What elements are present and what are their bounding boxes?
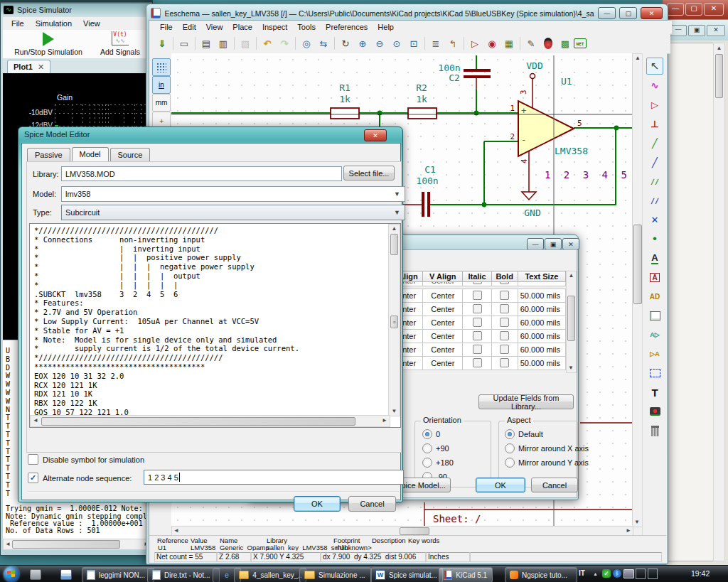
zoom-selection-icon[interactable]: ⊡ (405, 35, 422, 52)
update-fields-from-library-button[interactable]: Update Fields from Library... (478, 394, 574, 409)
place-global-label-icon[interactable]: A (646, 269, 663, 286)
eeschema-maximize-button[interactable]: ▢ (619, 7, 637, 19)
zoom-out-icon[interactable]: ⊖ (371, 35, 388, 52)
bg-panel-scrollbar[interactable]: ▲ (713, 43, 725, 561)
wire-to-bus-entry-icon[interactable]: ∕∕ (646, 173, 663, 190)
chevron-down-icon[interactable]: ▼ (394, 190, 405, 198)
place-text-icon[interactable]: T (646, 384, 663, 401)
console-hscrollbar[interactable]: ◄ ► (3, 539, 151, 550)
menu-help[interactable]: Help (373, 23, 399, 31)
tray-show-hidden-icons[interactable]: ▲ (593, 571, 598, 576)
zoom-in-icon[interactable]: ⊕ (354, 35, 371, 52)
footprint-browser-icon[interactable]: ◉ (483, 35, 500, 52)
menu-tools[interactable]: Tools (292, 23, 321, 31)
alternate-node-sequence-checkbox[interactable]: ✓Alternate node sequence: (28, 473, 132, 483)
delete-tool-icon[interactable] (646, 422, 663, 439)
model-combobox[interactable]: lmv358 ▼ (61, 186, 405, 202)
place-hierarchical-label-icon[interactable]: AD (646, 288, 663, 305)
page-settings-icon[interactable]: ▭ (176, 35, 193, 52)
tab-close-icon[interactable]: ✕ (38, 63, 44, 72)
footprint-editor-icon[interactable]: ▦ (500, 35, 518, 52)
code-vscrollbar[interactable]: ▲ ≡ ▼ (388, 224, 400, 416)
aspect-mirror-x-radio[interactable]: Mirror around X axis (505, 443, 589, 453)
redo-icon[interactable]: ↷ (276, 35, 293, 52)
taskbar-button-ngspice[interactable]: Ngspice tuto... (505, 567, 577, 582)
tray-square-icon[interactable] (636, 568, 646, 579)
taskbar-button-kicad[interactable]: KiCad 5.1.0 (439, 567, 493, 582)
spice-simulator-titlebar[interactable]: ∿ Spice Simulator (4, 4, 149, 16)
taskbar-button-spice-word-doc[interactable]: W Spice simulat... (370, 567, 443, 582)
symprops-ok-button[interactable]: OK (476, 478, 525, 492)
bg2-maximize-button[interactable]: ▣ (688, 25, 705, 36)
table-row[interactable]: CenterCenter60.000 mils (386, 330, 566, 343)
bg2-close-button[interactable]: ✕ (707, 25, 725, 36)
tray-update-icon[interactable]: ✓ (602, 569, 611, 578)
menu-place[interactable]: Place (228, 23, 257, 31)
place-symbol-icon[interactable]: ▷ (646, 96, 663, 113)
select-file-button[interactable]: Select file... (343, 166, 395, 180)
menu-view[interactable]: View (201, 23, 228, 31)
code-hscrollbar[interactable]: ◄ ► (30, 415, 390, 427)
zoom-fit-icon[interactable]: ⊙ (388, 35, 405, 52)
place-net-label-icon[interactable]: A (646, 249, 663, 266)
place-wire-icon[interactable]: ╱ (646, 134, 663, 151)
spice-model-editor-close-button[interactable]: ✕ (364, 129, 387, 141)
menu-inspect[interactable]: Inspect (257, 23, 292, 31)
symprops-maximize-button[interactable]: ▣ (545, 238, 562, 250)
bg2-minimize-button[interactable]: — (670, 25, 687, 36)
leave-sheet-icon[interactable]: ↰ (444, 35, 461, 52)
undo-icon[interactable]: ↶ (259, 35, 276, 52)
bg-minimize-button[interactable]: — (667, 3, 684, 16)
units-mm-button[interactable]: mm (152, 94, 171, 112)
disable-symbol-checkbox[interactable]: Disable symbol for simulation (28, 454, 144, 465)
aspect-mirror-y-radio[interactable]: Mirror around Y axis (505, 458, 589, 468)
tray-square-icon[interactable] (648, 568, 658, 579)
redraw-icon[interactable]: ↻ (337, 35, 354, 52)
tray-network-icon[interactable] (623, 569, 634, 578)
orientation-180-radio[interactable]: +180 (422, 458, 454, 468)
place-bus-icon[interactable]: ╱ (646, 153, 663, 171)
menu-file[interactable]: File (155, 23, 178, 31)
run-stop-simulation-button[interactable]: Run/Stop Simulation (6, 31, 91, 58)
orientation-90-radio[interactable]: +90 (422, 443, 449, 453)
find-icon[interactable]: ◎ (298, 35, 315, 52)
taskbar-button-leggimi[interactable]: leggimi NON... (82, 567, 154, 582)
bg-maximize-button[interactable]: ▢ (685, 3, 702, 16)
no-connect-flag-icon[interactable]: ✕ (646, 211, 663, 228)
type-combobox[interactable]: Subcircuit ▼ (61, 205, 405, 220)
col-v-align[interactable]: V Align (423, 271, 463, 282)
taskbar-button-sallen-key-folder[interactable]: 4_sallen_key_... (234, 567, 306, 582)
chevron-down-icon[interactable]: ▼ (394, 209, 405, 216)
table-row[interactable]: CenterCenter60.000 mils (386, 343, 566, 357)
model-code-text[interactable]: *///////////////////////////////////////… (30, 224, 400, 428)
quick-launch-device-icon[interactable] (30, 569, 41, 580)
spice-model-cancel-button[interactable]: Cancel (348, 496, 396, 512)
hierarchy-navigator-icon[interactable]: ≣ (427, 35, 444, 52)
paste-icon[interactable]: ▧ (237, 35, 254, 52)
units-inches-button[interactable]: in (152, 76, 171, 94)
fields-table-vscrollbar[interactable]: ▲ ▼ (566, 271, 577, 373)
save-icon[interactable]: ⇓ (154, 35, 171, 52)
tray-bluetooth-icon[interactable]: ᛒ (613, 569, 621, 578)
menu-preferences[interactable]: Preferences (321, 23, 373, 31)
model-code-area[interactable]: *///////////////////////////////////////… (29, 223, 401, 428)
print-icon[interactable]: ▤ (198, 35, 215, 52)
eeschema-titlebar[interactable]: Eeschema — sallen_key_LMV358 [/] — C:\Us… (151, 7, 663, 19)
symprops-cancel-button[interactable]: Cancel (531, 478, 578, 492)
col-text-size[interactable]: Text Size (518, 271, 565, 282)
library-field[interactable]: LMV358.MOD (61, 166, 342, 181)
tray-language-indicator[interactable]: IT (579, 569, 585, 577)
alternate-node-sequence-input[interactable]: 1 2 3 4 5 (144, 470, 404, 485)
menu-simulation[interactable]: Simulation (31, 19, 77, 28)
quick-launch-viewer-icon[interactable] (60, 569, 72, 580)
menu-edit[interactable]: Edit (178, 23, 201, 31)
symprops-minimize-button[interactable]: — (527, 238, 544, 250)
table-row[interactable]: CenterCenter60.000 mils (386, 303, 566, 316)
find-replace-icon[interactable]: ⇆ (315, 35, 332, 52)
spice-model-editor-titlebar[interactable]: Spice Model Editor ✕ (24, 130, 397, 141)
eeschema-close-button[interactable]: ✕ (641, 7, 663, 19)
spice-model-ok-button[interactable]: OK (294, 496, 341, 512)
place-hierarchical-sheet-icon[interactable] (646, 307, 663, 324)
import-sheet-pin-icon[interactable]: A▷ (646, 326, 663, 343)
tab-model[interactable]: Model (72, 147, 109, 162)
